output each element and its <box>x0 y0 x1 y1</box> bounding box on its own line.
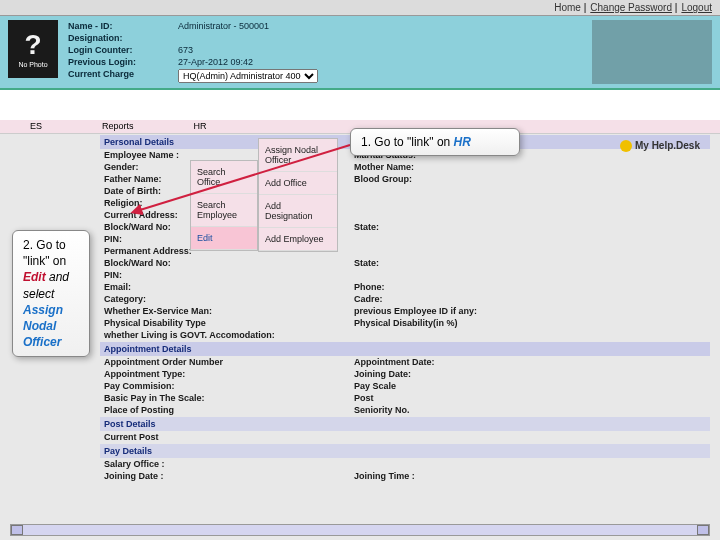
current-charge-select[interactable]: HQ(Admin) Administrator 40000 <box>178 69 318 83</box>
post-label: Post <box>354 393 554 403</box>
section-post-details: Post Details <box>100 417 710 431</box>
login-counter-value: 673 <box>178 44 378 56</box>
name-id-value: Administrator - 500001 <box>178 20 378 32</box>
menu-add-employee[interactable]: Add Employee <box>259 228 337 251</box>
content-area: Personal Details Employee Name :Marital … <box>0 135 720 482</box>
callout-hr-text: HR <box>454 135 471 149</box>
change-password-link[interactable]: Change Password <box>590 2 672 13</box>
basic-pay-label: Basic Pay in The Scale: <box>104 393 354 403</box>
callout-assign-text: Assign Nodal Officer <box>23 303 63 349</box>
blood-group-label: Blood Group: <box>354 174 554 184</box>
name-id-label: Name - ID: <box>68 20 178 32</box>
ex-service-label: Whether Ex-Service Man: <box>104 306 354 316</box>
callout-step-2: 2. Go to "link" on Edit and select Assig… <box>12 230 90 357</box>
disability-type-label: Physical Disability Type <box>104 318 354 328</box>
block-ward-2-label: Block/Ward No: <box>104 258 354 268</box>
tab-es[interactable]: ES <box>0 120 72 133</box>
pay-commission-label: Pay Commision: <box>104 381 354 391</box>
horizontal-scrollbar[interactable] <box>10 524 710 536</box>
tab-reports[interactable]: Reports <box>72 120 164 133</box>
pin-2-label: PIN: <box>104 270 354 280</box>
state-2-label: State: <box>354 258 554 268</box>
svg-line-1 <box>140 145 350 210</box>
previous-login-value: 27-Apr-2012 09:42 <box>178 56 378 68</box>
my-helpdesk-link[interactable]: My Help.Desk <box>620 140 700 152</box>
designation-value <box>178 32 378 44</box>
place-of-posting-label: Place of Posting <box>104 405 354 415</box>
avatar-placeholder: ? No Photo <box>8 20 58 78</box>
previous-login-label: Previous Login: <box>68 56 178 68</box>
email-label: Email: <box>104 282 354 292</box>
seniority-no-label: Seniority No. <box>354 405 554 415</box>
annotation-arrow <box>130 140 360 220</box>
prev-employee-id-label: previous Employee ID if any: <box>354 306 554 316</box>
mother-name-label: Mother Name: <box>354 162 554 172</box>
scroll-right-button[interactable] <box>697 525 709 535</box>
pay-scale-label: Pay Scale <box>354 381 554 391</box>
section-pay-details: Pay Details <box>100 444 710 458</box>
menu-edit[interactable]: Edit <box>191 227 257 250</box>
current-charge-label: Current Charge <box>68 68 178 84</box>
joining-date2-label: Joining Date : <box>104 471 354 481</box>
current-post-label: Current Post <box>104 432 354 442</box>
joining-time-label: Joining Time : <box>354 471 554 481</box>
no-photo-label: No Photo <box>18 61 47 68</box>
top-nav: Home |Change Password |Logout <box>0 0 720 16</box>
avatar-question-icon: ? <box>24 31 41 59</box>
home-link[interactable]: Home <box>554 2 581 13</box>
salary-office-label: Salary Office : <box>104 459 354 469</box>
callout-edit-text: Edit <box>23 270 46 284</box>
phone-label: Phone: <box>354 282 554 292</box>
designation-label: Designation: <box>68 32 178 44</box>
scroll-left-button[interactable] <box>11 525 23 535</box>
login-counter-label: Login Counter: <box>68 44 178 56</box>
disability-pct-label: Physical Disability(in %) <box>354 318 554 328</box>
user-header: ? No Photo Name - ID:Administrator - 500… <box>0 16 720 90</box>
tab-hr[interactable]: HR <box>164 120 237 133</box>
callout-step-1: 1. Go to "link" on HR <box>350 128 520 156</box>
helpdesk-icon <box>620 140 632 152</box>
category-label: Category: <box>104 294 354 304</box>
state-1-label: State: <box>354 222 554 232</box>
logout-link[interactable]: Logout <box>681 2 712 13</box>
joining-date-label: Joining Date: <box>354 369 554 379</box>
cadre-label: Cadre: <box>354 294 554 304</box>
govt-accommodation-label: whether Living is GOVT. Accomodation: <box>104 330 354 340</box>
appointment-order-label: Appointment Order Number <box>104 357 354 367</box>
section-appointment-details: Appointment Details <box>100 342 710 356</box>
appointment-type-label: Appointment Type: <box>104 369 354 379</box>
header-banner-image <box>592 20 712 84</box>
appointment-date-label: Appointment Date: <box>354 357 554 367</box>
